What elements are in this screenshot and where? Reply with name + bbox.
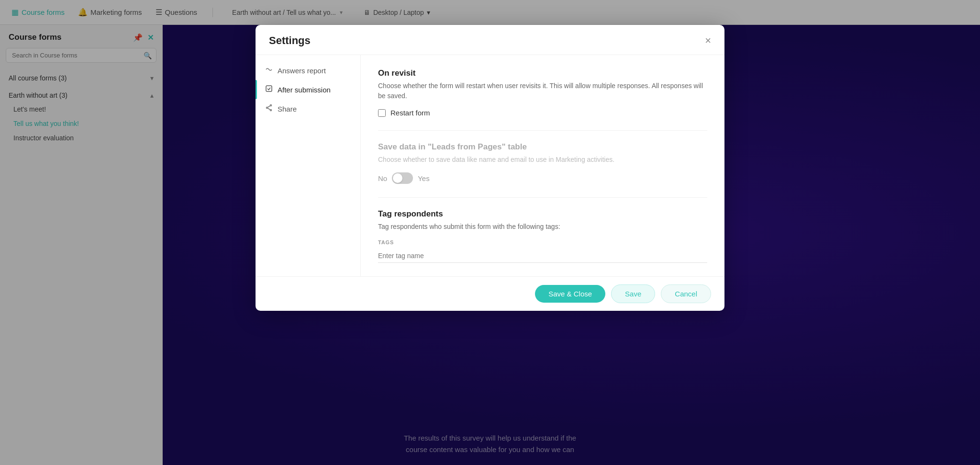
restart-form-checkbox[interactable] bbox=[378, 109, 386, 117]
nav-item-after-submission-label: After submission bbox=[278, 86, 331, 94]
section-divider-2 bbox=[378, 197, 707, 198]
svg-line-4 bbox=[268, 106, 270, 107]
modal-nav: Answers report After submission bbox=[256, 55, 361, 276]
svg-point-3 bbox=[270, 110, 272, 111]
modal-content-area: On revisit Choose whether the form will … bbox=[361, 55, 724, 276]
tag-respondents-desc: Tag respondents who submit this form wit… bbox=[378, 222, 707, 232]
save-data-section: Save data in "Leads from Pages" table Ch… bbox=[378, 142, 707, 184]
nav-item-share[interactable]: Share bbox=[256, 99, 360, 118]
cancel-label: Cancel bbox=[675, 290, 697, 298]
modal-close-button[interactable]: × bbox=[705, 35, 711, 46]
share-icon bbox=[265, 104, 273, 113]
save-button[interactable]: Save bbox=[611, 284, 655, 303]
save-close-button[interactable]: Save & Close bbox=[535, 285, 605, 303]
toggle-yes-label: Yes bbox=[418, 174, 429, 182]
after-submission-icon bbox=[265, 85, 273, 94]
tag-respondents-title: Tag respondents bbox=[378, 209, 707, 219]
on-revisit-title: On revisit bbox=[378, 68, 707, 78]
save-data-title: Save data in "Leads from Pages" table bbox=[378, 142, 707, 152]
restart-form-label[interactable]: Restart form bbox=[390, 109, 430, 117]
save-data-toggle[interactable] bbox=[392, 172, 413, 184]
modal-title: Settings bbox=[269, 34, 311, 47]
save-data-desc: Choose whether to save data like name an… bbox=[378, 155, 707, 165]
save-data-toggle-row: No Yes bbox=[378, 172, 707, 184]
svg-line-5 bbox=[268, 108, 270, 110]
answers-report-icon bbox=[265, 66, 273, 75]
settings-modal: Settings × Answers report bbox=[256, 25, 724, 311]
modal-body: Answers report After submission bbox=[256, 55, 724, 276]
svg-rect-0 bbox=[266, 86, 272, 91]
nav-item-after-submission[interactable]: After submission bbox=[256, 80, 360, 99]
tags-label: TAGS bbox=[378, 239, 707, 245]
modal-footer: Save & Close Save Cancel bbox=[256, 276, 724, 311]
svg-point-2 bbox=[267, 107, 268, 109]
section-divider-1 bbox=[378, 130, 707, 131]
nav-item-answers-report[interactable]: Answers report bbox=[256, 61, 360, 80]
modal-header: Settings × bbox=[256, 25, 724, 55]
nav-item-share-label: Share bbox=[278, 105, 297, 113]
nav-item-answers-report-label: Answers report bbox=[278, 67, 326, 75]
cancel-button[interactable]: Cancel bbox=[661, 284, 711, 303]
save-close-label: Save & Close bbox=[548, 290, 592, 298]
svg-point-1 bbox=[270, 105, 272, 106]
restart-form-row: Restart form bbox=[378, 109, 707, 117]
tags-input[interactable] bbox=[378, 249, 707, 263]
toggle-no-label: No bbox=[378, 174, 387, 182]
save-label: Save bbox=[625, 290, 641, 298]
on-revisit-desc: Choose whether the form will restart whe… bbox=[378, 81, 707, 101]
